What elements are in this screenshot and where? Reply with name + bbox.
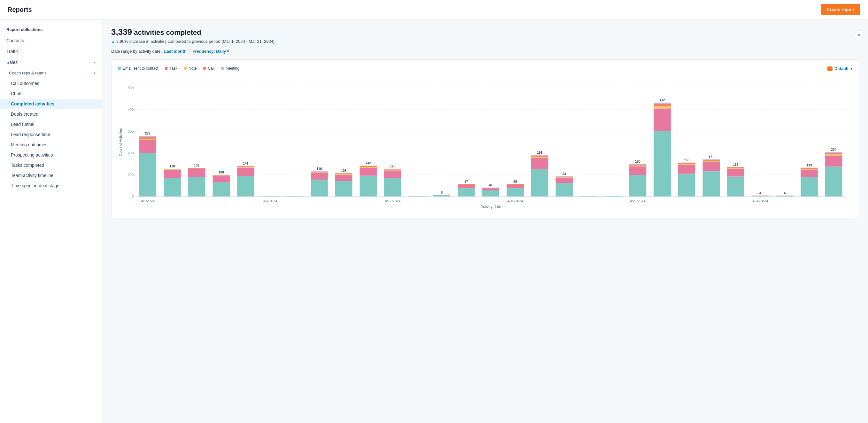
chevron-down-icon-default: ▾ bbox=[850, 66, 852, 71]
svg-rect-136 bbox=[727, 167, 744, 167]
svg-rect-64 bbox=[384, 178, 401, 196]
svg-rect-52 bbox=[335, 181, 352, 196]
sidebar-item-contacts[interactable]: Contacts bbox=[0, 35, 102, 46]
chart-area: 0100200300400500Count of Activities27912… bbox=[118, 78, 852, 214]
svg-rect-65 bbox=[384, 170, 401, 177]
svg-rect-132 bbox=[727, 176, 744, 196]
svg-text:128: 128 bbox=[390, 165, 396, 168]
svg-rect-97 bbox=[531, 155, 549, 156]
page-title: Reports bbox=[8, 6, 32, 13]
create-report-button[interactable]: Create report bbox=[821, 4, 860, 15]
svg-rect-101 bbox=[556, 177, 573, 177]
sidebar-item-coach-reps[interactable]: Coach reps & teams ▾ bbox=[0, 68, 102, 78]
sidebar-item-deals-created[interactable]: Deals created bbox=[0, 109, 102, 119]
svg-text:100: 100 bbox=[128, 173, 133, 177]
svg-rect-153 bbox=[825, 153, 842, 154]
svg-rect-34 bbox=[213, 176, 230, 176]
legend-item: Email sent to contact bbox=[118, 66, 158, 71]
svg-rect-93 bbox=[531, 169, 549, 196]
svg-rect-108 bbox=[629, 175, 647, 196]
svg-text:57: 57 bbox=[464, 180, 468, 184]
default-button[interactable]: Default ▾ bbox=[828, 66, 852, 71]
svg-rect-124 bbox=[678, 163, 695, 163]
svg-rect-49 bbox=[311, 171, 328, 172]
stats-change: ▲ 2.96% increase in activities compared … bbox=[111, 39, 859, 44]
svg-rect-29 bbox=[188, 168, 206, 169]
legend-item: Call bbox=[203, 66, 214, 71]
svg-rect-71 bbox=[433, 195, 450, 196]
date-range-link[interactable]: Last month bbox=[164, 49, 187, 54]
chart-container: Email sent to contactTaskNoteCallMeeting… bbox=[111, 59, 859, 219]
svg-text:133: 133 bbox=[807, 164, 812, 167]
svg-text:204: 204 bbox=[831, 148, 836, 152]
sidebar-item-time-spent-in-deal-stage[interactable]: Time spent in deal stage bbox=[0, 181, 102, 191]
svg-rect-90 bbox=[506, 184, 524, 185]
sidebar-item-call-outcomes[interactable]: Call outcomes bbox=[0, 78, 102, 89]
sidebar: Report collections Contacts Traffic Sale… bbox=[0, 20, 102, 423]
svg-rect-91 bbox=[506, 184, 524, 184]
svg-rect-106 bbox=[604, 196, 622, 196]
stats-count: 3,339 activities completed bbox=[111, 27, 859, 37]
sidebar-item-team-activity-timeline[interactable]: Team activity timeline bbox=[0, 170, 102, 181]
svg-rect-103 bbox=[556, 176, 573, 177]
content-area: « 3,339 activities completed ▲ 2.96% inc… bbox=[102, 20, 868, 423]
svg-rect-24 bbox=[164, 169, 181, 169]
sidebar-item-lead-response-time[interactable]: Lead response time bbox=[0, 129, 102, 140]
svg-rect-81 bbox=[482, 190, 499, 196]
svg-rect-54 bbox=[335, 174, 352, 175]
svg-rect-147 bbox=[801, 168, 818, 169]
svg-rect-41 bbox=[237, 166, 254, 167]
svg-rect-30 bbox=[188, 168, 206, 168]
svg-rect-114 bbox=[654, 131, 671, 196]
svg-text:4/16/2024: 4/16/2024 bbox=[507, 199, 523, 203]
svg-text:4/21/2024: 4/21/2024 bbox=[630, 199, 646, 203]
svg-rect-150 bbox=[825, 166, 842, 196]
svg-text:4/6/2024: 4/6/2024 bbox=[264, 199, 277, 203]
sidebar-item-traffic[interactable]: Traffic bbox=[0, 46, 102, 57]
svg-text:108: 108 bbox=[341, 169, 346, 172]
svg-rect-82 bbox=[482, 188, 499, 190]
svg-rect-102 bbox=[556, 177, 573, 177]
sidebar-item-meeting-outcomes[interactable]: Meeting outcomes bbox=[0, 140, 102, 150]
svg-rect-118 bbox=[654, 103, 671, 104]
svg-text:141: 141 bbox=[243, 162, 249, 165]
sales-submenu: Call outcomesChatsCompleted activitiesDe… bbox=[0, 78, 102, 191]
svg-rect-70 bbox=[409, 196, 426, 196]
sidebar-item-tasks-completed[interactable]: Tasks completed bbox=[0, 160, 102, 170]
svg-rect-121 bbox=[678, 165, 695, 173]
svg-rect-112 bbox=[629, 164, 647, 165]
svg-rect-123 bbox=[678, 163, 695, 164]
svg-rect-15 bbox=[139, 140, 156, 153]
svg-rect-55 bbox=[335, 173, 352, 174]
svg-text:432: 432 bbox=[660, 98, 665, 102]
sidebar-item-lead-funnel[interactable]: Lead funnel bbox=[0, 119, 102, 129]
svg-rect-134 bbox=[727, 168, 744, 169]
svg-rect-21 bbox=[164, 170, 181, 178]
sidebar-item-completed-activities[interactable]: Completed activities bbox=[0, 99, 102, 109]
sidebar-item-chats[interactable]: Chats bbox=[0, 89, 102, 99]
collapse-sidebar-button[interactable]: « bbox=[855, 30, 864, 39]
svg-rect-88 bbox=[506, 185, 524, 189]
svg-rect-130 bbox=[703, 159, 720, 160]
svg-rect-50 bbox=[311, 171, 328, 171]
svg-rect-152 bbox=[825, 154, 842, 156]
svg-rect-59 bbox=[360, 168, 377, 175]
svg-text:41: 41 bbox=[489, 184, 493, 187]
frequency-dropdown[interactable]: Frequency: Daily ▾ bbox=[189, 49, 229, 54]
svg-rect-154 bbox=[825, 152, 842, 153]
svg-rect-40 bbox=[237, 167, 254, 168]
main-layout: Report collections Contacts Traffic Sale… bbox=[0, 20, 868, 423]
svg-rect-94 bbox=[531, 158, 549, 169]
svg-rect-61 bbox=[360, 166, 377, 167]
sidebar-item-sales[interactable]: Sales ▾ bbox=[0, 57, 102, 68]
svg-rect-38 bbox=[237, 176, 254, 196]
svg-text:136: 136 bbox=[733, 163, 739, 166]
svg-rect-56 bbox=[335, 173, 352, 173]
svg-rect-145 bbox=[801, 170, 818, 177]
sidebar-item-prospecting-activities[interactable]: Prospecting activities bbox=[0, 150, 102, 160]
svg-rect-18 bbox=[139, 136, 156, 137]
default-color-box bbox=[828, 66, 833, 71]
svg-rect-96 bbox=[531, 156, 549, 157]
svg-rect-68 bbox=[384, 169, 401, 169]
svg-rect-58 bbox=[360, 176, 377, 196]
